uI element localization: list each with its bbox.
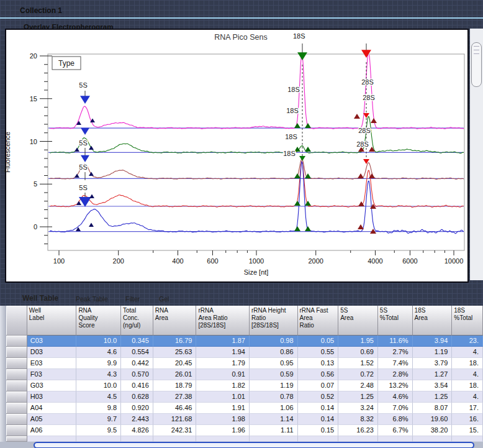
table-cell[interactable]: 0.86 [250,347,298,358]
column-header[interactable]: Total Conc. (ng/ul) [121,306,153,336]
table-cell[interactable]: 3.54 [413,380,453,391]
row-selector-button[interactable] [6,425,27,436]
table-cell[interactable]: 7.0% [378,403,413,414]
table-row[interactable]: D034.60.55425.631.940.860.550.692.7%1.19… [6,347,483,358]
table-cell[interactable]: 38.20 [413,425,453,436]
table-cell[interactable]: 0.442 [121,358,153,369]
table-cell[interactable]: 1.79 [196,358,250,369]
table-cell[interactable]: 1.01 [196,391,250,403]
table-cell[interactable]: 1.52 [338,358,378,369]
table-cell[interactable]: 242.31 [153,425,197,436]
table-row[interactable]: A059.72.443121.681.981.140.148.326.8%19.… [6,414,483,425]
table-cell[interactable]: 2.7% [378,347,413,358]
table-cell[interactable]: 0.52 [298,391,339,403]
tab-peak-table[interactable]: Peak Table [66,292,115,306]
table-cell[interactable]: 7.4% [378,358,413,369]
table-cell[interactable]: 1.96 [196,425,250,436]
table-cell[interactable]: 16.79 [153,336,197,347]
table-cell[interactable]: 121.68 [153,414,197,425]
table-cell[interactable]: 0.570 [121,369,153,380]
table-cell[interactable]: 27.38 [153,391,197,403]
row-selector-button[interactable] [6,336,27,347]
table-cell[interactable]: 8.32 [338,414,378,425]
table-cell[interactable]: 0.55 [298,347,339,358]
horizontal-scrollbar-thumb[interactable] [34,442,474,448]
table-cell[interactable]: 26.01 [153,369,197,380]
table-cell[interactable]: 18. [452,380,483,391]
table-cell[interactable]: 2.8% [378,369,413,380]
table-cell[interactable]: 1.94 [196,347,250,358]
table-cell[interactable]: 1.95 [338,336,378,347]
table-cell[interactable]: 0.78 [250,391,298,403]
table-cell[interactable]: 4. [452,391,483,403]
table-cell[interactable]: 15. [452,425,483,436]
row-selector-button[interactable] [6,391,27,403]
table-row[interactable]: E039.90.44220.451.790.950.131.527.4%3.79… [6,358,483,369]
table-cell[interactable]: G03 [27,380,77,391]
column-header[interactable]: rRNA Height Ratio [28S/18S] [250,306,298,336]
table-cell[interactable]: 1.14 [250,414,298,425]
table-row[interactable]: C0310.00.34516.791.870.980.051.9511.6%3.… [6,336,483,347]
table-cell[interactable]: 0.628 [121,391,153,403]
table-cell[interactable]: 1.11 [250,425,298,436]
table-cell[interactable]: 1.25 [338,391,378,403]
row-selector-button[interactable] [6,403,27,414]
column-header[interactable]: 18S %Total [452,306,483,336]
table-cell[interactable]: 4.6% [378,391,413,403]
table-cell[interactable]: 0.95 [250,358,298,369]
table-cell[interactable]: 0.98 [250,336,298,347]
table-cell[interactable]: 1.25 [413,391,453,403]
table-cell[interactable]: 25.63 [153,347,197,358]
table-cell[interactable]: 0.05 [298,336,339,347]
column-header[interactable]: rRNA Fast Area Ratio [298,306,339,336]
table-cell[interactable]: 16.23 [338,425,378,436]
table-cell[interactable]: 2.48 [338,380,378,391]
table-cell[interactable]: 0.920 [121,403,153,414]
row-selector-button[interactable] [6,380,27,391]
table-cell[interactable]: 9.8 [76,403,121,414]
row-selector-button[interactable] [6,358,27,369]
table-cell[interactable]: 1.98 [196,414,250,425]
column-header[interactable]: 18S Area [413,306,453,336]
table-cell[interactable]: 13.2% [378,380,413,391]
electropherogram-chart[interactable]: 0510152010020040060010002000400060001000… [0,0,483,287]
row-selector-button[interactable] [6,347,27,358]
horizontal-scrollbar[interactable] [0,442,483,448]
chart-scroll-control[interactable] [471,42,482,87]
table-cell[interactable]: 46.46 [153,403,197,414]
table-cell[interactable]: 18. [452,358,483,369]
table-cell[interactable]: 1.19 [250,380,298,391]
tab-filter[interactable]: Filter [115,292,147,306]
table-cell[interactable]: 4.6 [76,347,121,358]
table-cell[interactable]: A04 [27,403,77,414]
table-row[interactable]: A049.80.92046.461.911.060.143.247.0%8.07… [6,403,483,414]
table-cell[interactable]: C03 [27,336,77,347]
table-cell[interactable]: D03 [27,347,77,358]
table-cell[interactable]: 16. [452,414,483,425]
table-cell[interactable]: 0.59 [250,369,298,380]
tab-well-table[interactable]: Well Table [12,291,66,306]
table-cell[interactable]: 1.27 [413,369,453,380]
table-row[interactable]: F034.30.57026.010.910.590.560.722.8%1.27… [6,369,483,380]
table-cell[interactable]: H03 [27,391,77,403]
table-cell[interactable]: 0.72 [338,369,378,380]
table-cell[interactable]: 4.826 [121,425,153,436]
table-cell[interactable]: 2.443 [121,414,153,425]
table-cell[interactable]: 17. [452,403,483,414]
table-cell[interactable]: 0.14 [298,414,339,425]
table-cell[interactable]: F03 [27,369,77,380]
table-cell[interactable]: 20.45 [153,358,197,369]
table-cell[interactable]: 10.0 [76,336,121,347]
row-selector-button[interactable] [6,414,27,425]
table-cell[interactable]: 1.91 [196,403,250,414]
table-cell[interactable]: A06 [27,425,77,436]
table-cell[interactable]: 11.6% [378,336,413,347]
table-cell[interactable]: 0.13 [298,358,339,369]
table-cell[interactable]: 0.69 [338,347,378,358]
table-cell[interactable]: 8.07 [413,403,453,414]
column-header[interactable]: RNA Area [153,306,197,336]
table-cell[interactable]: 9.9 [76,358,121,369]
tab-gel[interactable]: Gel [149,292,176,306]
table-cell[interactable]: 4.5 [76,391,121,403]
table-cell[interactable]: 1.19 [413,347,453,358]
